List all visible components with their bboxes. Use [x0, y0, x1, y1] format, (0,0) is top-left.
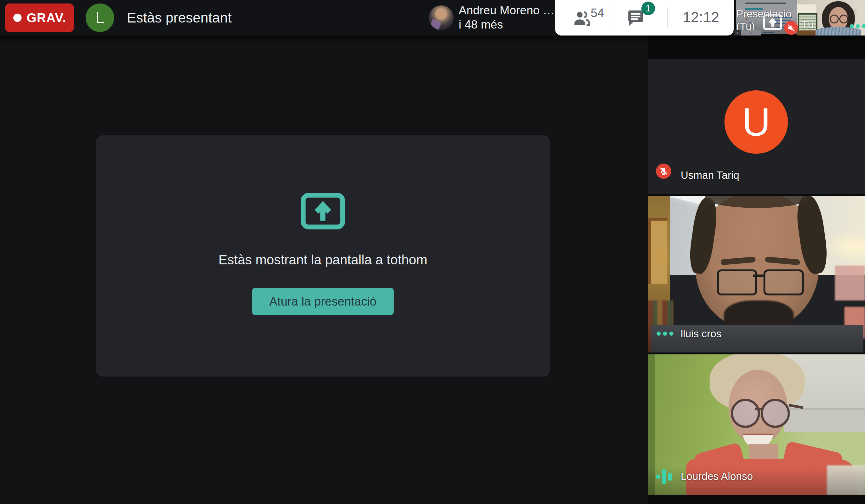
- tile-vignette: [648, 324, 865, 352]
- participant-name: lluis cros: [681, 328, 721, 340]
- recording-label: GRAV.: [27, 11, 66, 25]
- participant-tile-usman[interactable]: U Usman Tariq: [648, 59, 865, 194]
- presentation-thumb-title: Presentació: [736, 8, 792, 20]
- presenting-message: Estàs mostrant la pantalla a tothom: [96, 250, 550, 269]
- speaking-dots-icon: [657, 331, 673, 336]
- participant-count: 54: [591, 6, 604, 20]
- participant-name: Lourdes Alonso: [681, 470, 753, 482]
- chat-unread-badge: 1: [642, 2, 655, 15]
- video-scene-shape: [753, 274, 763, 277]
- muted-speaker-icon: [787, 24, 795, 32]
- top-bar-shadow: [0, 35, 865, 43]
- self-view-thumbnail[interactable]: Tu: [797, 0, 865, 35]
- chat-icon[interactable]: [627, 10, 645, 27]
- presenting-status-text: Estàs presentant: [127, 0, 232, 35]
- presentation-thumb-label: Presentació (Tu): [736, 8, 792, 33]
- next-chevron-icon[interactable]: ›: [741, 30, 761, 35]
- participant-tile-lluis[interactable]: lluis cros: [648, 196, 865, 352]
- mic-muted-badge: [656, 164, 671, 179]
- avatar-portrait-detail: [429, 19, 441, 30]
- participant-preview-avatar: [429, 5, 453, 30]
- meeting-clock: 12:12: [672, 0, 729, 34]
- participant-name: Usman Tariq: [681, 169, 739, 181]
- prev-chevron-icon[interactable]: ‹: [734, 30, 741, 35]
- people-icon[interactable]: [573, 10, 591, 26]
- video-scene-shape: [717, 269, 757, 295]
- pill-divider: [611, 8, 611, 28]
- video-scene-shape: [648, 218, 667, 284]
- recording-badge: GRAV.: [5, 3, 74, 32]
- video-scene-shape: [761, 399, 790, 428]
- stop-presentation-button[interactable]: Atura la presentació: [252, 288, 394, 315]
- participant-initial-avatar: U: [725, 90, 788, 154]
- muted-speaker-badge: [784, 21, 798, 35]
- participants-preview: Andreu Moreno … i 48 més: [459, 3, 554, 32]
- video-scene-shape: [830, 14, 839, 23]
- meeting-controls-pill: 54 1 12:12: [555, 0, 734, 35]
- pill-divider: [667, 8, 668, 28]
- presenter-avatar: L: [86, 3, 114, 32]
- video-scene-shape: [731, 399, 760, 428]
- video-scene-shape: [797, 31, 817, 35]
- audio-level-icon: [656, 469, 672, 485]
- audio-dots-icon: [850, 24, 865, 28]
- video-scene-shape: [835, 266, 865, 301]
- recording-dot-icon: [13, 14, 22, 22]
- mic-off-icon: [659, 166, 668, 176]
- top-bar: GRAV. L Estàs presentant Andreu Moreno ……: [0, 0, 555, 35]
- present-screen-icon: [301, 193, 345, 230]
- video-scene-shape: [763, 269, 804, 295]
- video-scene-shape: [797, 4, 816, 14]
- video-scene-shape: [816, 27, 861, 35]
- participants-more-count: i 48 més: [459, 17, 554, 32]
- presenting-status-card: Estàs mostrant la pantalla a tothom Atur…: [96, 136, 550, 377]
- video-scene-shape: [755, 408, 762, 410]
- video-scene-shape: [839, 14, 848, 23]
- tile-vignette: [648, 467, 865, 495]
- self-view-label: Tu: [801, 19, 814, 31]
- video-scene-shape: [784, 410, 865, 432]
- participant-tile-lourdes[interactable]: Lourdes Alonso: [648, 354, 865, 495]
- participant-preview-name: Andreu Moreno …: [459, 3, 554, 17]
